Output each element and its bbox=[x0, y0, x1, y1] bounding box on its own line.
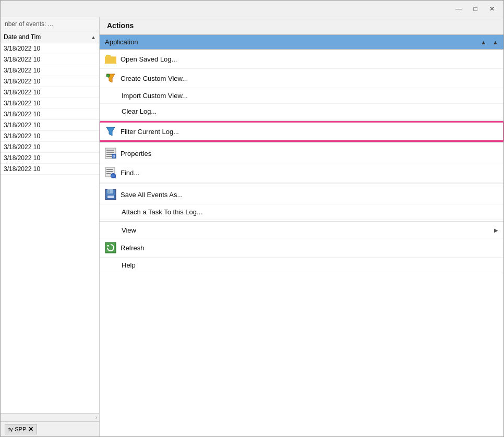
open-saved-log-icon bbox=[105, 53, 116, 65]
svg-rect-23 bbox=[109, 190, 110, 193]
view-submenu-arrow-icon: ▶ bbox=[494, 227, 498, 233]
filter-tag-area: ty-SPP ✕ bbox=[1, 421, 99, 436]
svg-rect-17 bbox=[106, 173, 111, 174]
filter-current-log-label: Filter Current Log... bbox=[121, 128, 179, 136]
filter-tag: ty-SPP ✕ bbox=[5, 424, 37, 434]
action-item-filter-current-log[interactable]: Filter Current Log... bbox=[100, 122, 503, 141]
refresh-icon bbox=[105, 242, 116, 253]
svg-rect-9 bbox=[106, 152, 114, 153]
action-item-import-custom-view[interactable]: Import Custom View... bbox=[100, 88, 503, 104]
properties-icon: ⚙ bbox=[105, 148, 116, 159]
list-item[interactable]: 3/18/2022 10 bbox=[1, 43, 99, 54]
list-item[interactable]: 3/18/2022 10 bbox=[1, 76, 99, 87]
svg-rect-16 bbox=[106, 171, 113, 172]
actions-panel: Actions Application ▲ ▲ Open Saved Log..… bbox=[100, 17, 503, 436]
action-item-save-all-events[interactable]: Save All Events As... bbox=[100, 185, 503, 204]
events-count-header: nber of events: ... bbox=[1, 17, 99, 31]
attach-task-label: Attach a Task To this Log... bbox=[122, 208, 202, 216]
svg-point-5 bbox=[106, 74, 110, 77]
action-item-create-custom-view[interactable]: Create Custom View... bbox=[100, 69, 503, 88]
list-item[interactable]: 3/18/2022 10 bbox=[1, 87, 99, 98]
action-item-attach-task[interactable]: Attach a Task To this Log... bbox=[100, 204, 503, 220]
scroll-right-arrow-icon[interactable]: › bbox=[95, 415, 97, 420]
horizontal-scrollbar[interactable]: › bbox=[1, 413, 99, 421]
window: — □ ✕ nber of events: ... Date and Tim ▲… bbox=[0, 0, 504, 437]
create-custom-view-icon bbox=[105, 72, 116, 84]
list-item[interactable]: 3/18/2022 10 bbox=[1, 164, 99, 175]
column-header: Date and Tim ▲ bbox=[1, 31, 99, 43]
minimize-button[interactable]: — bbox=[451, 3, 466, 15]
filter-tag-close-icon[interactable]: ✕ bbox=[28, 426, 33, 433]
actions-panel-header: Actions bbox=[100, 17, 503, 35]
import-custom-view-label: Import Custom View... bbox=[122, 92, 188, 100]
svg-rect-20 bbox=[111, 174, 115, 177]
action-item-clear-log[interactable]: Clear Log... bbox=[100, 104, 503, 119]
title-bar-controls: — □ ✕ bbox=[451, 3, 499, 15]
divider bbox=[100, 221, 503, 222]
svg-rect-8 bbox=[106, 150, 114, 151]
list-item[interactable]: 3/18/2022 10 bbox=[1, 54, 99, 65]
actions-section-header[interactable]: Application ▲ ▲ bbox=[100, 35, 503, 50]
action-item-open-saved-log[interactable]: Open Saved Log... bbox=[100, 50, 503, 69]
main-content: nber of events: ... Date and Tim ▲ 3/18/… bbox=[1, 17, 503, 436]
list-item[interactable]: 3/18/2022 10 bbox=[1, 65, 99, 76]
divider bbox=[100, 120, 503, 121]
list-item[interactable]: 3/18/2022 10 bbox=[1, 131, 99, 142]
list-item[interactable]: 3/18/2022 10 bbox=[1, 120, 99, 131]
view-label: View bbox=[122, 226, 136, 234]
list-item[interactable]: 3/18/2022 10 bbox=[1, 109, 99, 120]
svg-rect-3 bbox=[105, 56, 116, 64]
filter-current-log-icon bbox=[105, 126, 116, 137]
filter-tag-label: ty-SPP bbox=[8, 426, 26, 432]
action-item-refresh[interactable]: Refresh bbox=[100, 238, 503, 258]
help-label: Help bbox=[122, 261, 136, 269]
list-item[interactable]: 3/18/2022 10 bbox=[1, 142, 99, 153]
refresh-label: Refresh bbox=[121, 244, 145, 252]
list-item[interactable]: 3/18/2022 10 bbox=[1, 153, 99, 164]
event-list: 3/18/2022 103/18/2022 103/18/2022 103/18… bbox=[1, 43, 99, 413]
divider bbox=[100, 184, 503, 184]
action-item-help[interactable]: Help bbox=[100, 258, 503, 273]
save-all-events-icon bbox=[105, 189, 116, 200]
svg-marker-6 bbox=[106, 127, 115, 136]
clear-log-label: Clear Log... bbox=[122, 107, 157, 115]
actions-section-label: Application bbox=[105, 38, 138, 46]
section-collapse-icon[interactable]: ▲ bbox=[481, 39, 486, 45]
section-scroll-up-icon[interactable]: ▲ bbox=[493, 39, 498, 45]
svg-text:⚙: ⚙ bbox=[112, 154, 115, 158]
open-saved-log-label: Open Saved Log... bbox=[121, 55, 177, 63]
list-item[interactable]: 3/18/2022 10 bbox=[1, 98, 99, 109]
save-all-events-label: Save All Events As... bbox=[121, 191, 183, 199]
left-panel: nber of events: ... Date and Tim ▲ 3/18/… bbox=[1, 17, 100, 436]
date-time-column-label: Date and Tim bbox=[4, 33, 91, 41]
svg-rect-22 bbox=[107, 189, 113, 193]
svg-rect-25 bbox=[107, 196, 114, 198]
divider bbox=[100, 142, 503, 143]
section-header-controls: ▲ ▲ bbox=[481, 39, 498, 45]
title-bar: — □ ✕ bbox=[1, 1, 503, 17]
action-item-find[interactable]: Find... bbox=[100, 163, 503, 183]
svg-rect-11 bbox=[106, 156, 112, 157]
column-scroll-up-icon[interactable]: ▲ bbox=[91, 34, 96, 40]
svg-rect-15 bbox=[106, 169, 113, 170]
find-icon bbox=[105, 167, 116, 178]
find-label: Find... bbox=[121, 169, 139, 177]
properties-label: Properties bbox=[121, 150, 151, 157]
action-item-properties[interactable]: ⚙ Properties bbox=[100, 144, 503, 163]
maximize-button[interactable]: □ bbox=[468, 3, 483, 15]
create-custom-view-label: Create Custom View... bbox=[121, 75, 188, 82]
close-button[interactable]: ✕ bbox=[485, 3, 499, 15]
action-item-view[interactable]: View▶ bbox=[100, 223, 503, 238]
actions-list: Open Saved Log... Create Custom View...I… bbox=[100, 50, 503, 436]
